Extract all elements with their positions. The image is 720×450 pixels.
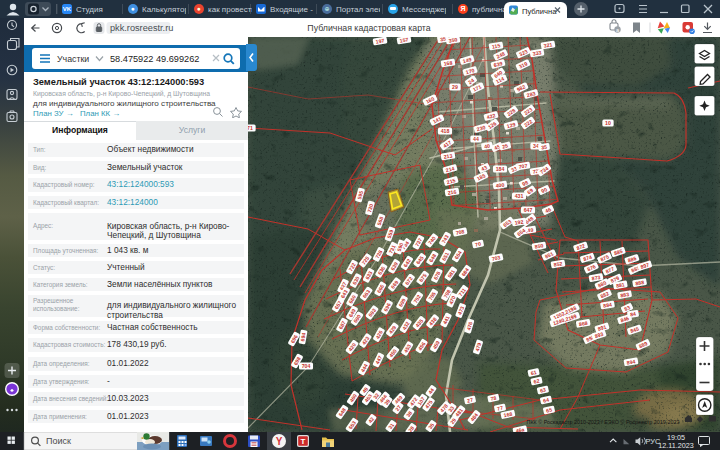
svg-text:400: 400 xyxy=(495,182,505,189)
svg-text:34: 34 xyxy=(533,143,539,149)
svg-text:Y: Y xyxy=(276,436,283,447)
svg-text:10: 10 xyxy=(605,120,611,126)
svg-text:431: 431 xyxy=(515,193,524,199)
svg-text:44: 44 xyxy=(473,136,479,142)
svg-text:216: 216 xyxy=(447,189,457,196)
svg-text:Публичная кадастровая карта: Публичная кадастровая карта xyxy=(307,23,430,33)
svg-text:T: T xyxy=(301,437,306,446)
svg-text:58.475922 49.699262: 58.475922 49.699262 xyxy=(110,54,199,64)
svg-text:40: 40 xyxy=(484,143,491,150)
svg-text:168: 168 xyxy=(443,60,453,67)
svg-text:ПКК © Роскадастр 2010-2023 / Е: ПКК © Роскадастр 2010-2023 / ЕЭКО © Роср… xyxy=(527,419,680,425)
svg-text:192: 192 xyxy=(514,219,524,226)
svg-text:pkk.rosreestr.ru: pkk.rosreestr.ru xyxy=(110,23,173,33)
svg-text:35: 35 xyxy=(541,144,548,151)
svg-text:704: 704 xyxy=(302,363,311,369)
svg-text:29: 29 xyxy=(452,84,458,90)
svg-text:Поиск: Поиск xyxy=(46,436,71,446)
svg-text:Участки: Участки xyxy=(57,54,89,64)
svg-text:418: 418 xyxy=(441,128,450,134)
svg-text:647: 647 xyxy=(524,207,533,213)
svg-text:184: 184 xyxy=(496,166,505,172)
svg-text:213: 213 xyxy=(443,153,453,160)
svg-text:71: 71 xyxy=(248,125,253,131)
svg-text:84: 84 xyxy=(630,311,637,318)
svg-text:Публична: Публична xyxy=(522,7,557,16)
svg-text:35: 35 xyxy=(440,37,447,43)
svg-text:707: 707 xyxy=(518,163,528,170)
svg-text:12.11.2023: 12.11.2023 xyxy=(658,441,693,450)
